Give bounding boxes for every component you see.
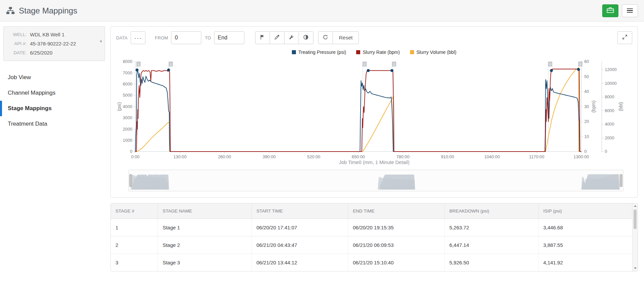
to-label: TO: [205, 35, 211, 40]
legend-label: Slurry Rate (bpm): [363, 50, 400, 55]
eyedropper-icon: [274, 34, 280, 41]
stage-cell: 3: [111, 254, 158, 271]
svg-text:0:00: 0:00: [131, 154, 140, 159]
menu-button[interactable]: [622, 4, 638, 17]
svg-text:0: 0: [605, 149, 607, 154]
navigator-left-handle[interactable]: [129, 174, 132, 187]
stage-cell: 5,263.72: [444, 219, 538, 236]
to-input[interactable]: [214, 31, 244, 44]
svg-text:3: 3: [549, 62, 551, 66]
tools-button[interactable]: [284, 31, 299, 44]
column-header-breakdown-psi[interactable]: BREAKDOWN (psi): [444, 203, 538, 219]
contrast-button[interactable]: [299, 31, 313, 44]
legend-item-slurry-rate-bpm[interactable]: Slurry Rate (bpm): [356, 50, 400, 55]
svg-text:(bbl): (bbl): [618, 102, 623, 111]
data-options-button[interactable]: ···: [131, 31, 145, 44]
svg-text:650:00: 650:00: [352, 154, 365, 159]
scroll-down-button[interactable]: [633, 266, 638, 271]
svg-text:20: 20: [584, 119, 589, 124]
legend-swatch: [410, 50, 414, 54]
info-value: 6/25/2020: [30, 48, 53, 57]
column-header-end-time[interactable]: END TIME: [348, 203, 445, 219]
refresh-icon: [323, 34, 328, 41]
svg-text:30: 30: [584, 104, 589, 109]
stage-cell: 3,887.55: [538, 236, 632, 254]
table-header-row: STAGE #STAGE NAMESTART TIMEEND TIMEBREAK…: [111, 203, 632, 219]
svg-text:390:00: 390:00: [263, 154, 276, 159]
svg-text:3000: 3000: [123, 115, 132, 120]
scrollbar-track[interactable]: [633, 209, 638, 266]
svg-text:12000: 12000: [605, 67, 617, 72]
column-header-isip-psi[interactable]: ISIP (psi): [538, 203, 632, 219]
column-header-stage[interactable]: STAGE #: [111, 203, 158, 219]
svg-text:1: 1: [138, 62, 139, 66]
svg-text:4000: 4000: [123, 104, 132, 109]
app-header: Stage Mappings: [0, 0, 644, 22]
fullscreen-button[interactable]: [617, 31, 632, 44]
svg-text:1300:00: 1300:00: [574, 154, 589, 159]
svg-text:50: 50: [584, 74, 589, 79]
navigator-right-handle[interactable]: [620, 174, 622, 187]
legend-label: Treating Pressure (psi): [298, 50, 346, 55]
stage-row[interactable]: 2Stage 206/21/20 04:43:4706/21/20 06:09:…: [111, 236, 632, 254]
stage-chart[interactable]: 0100020003000400050006000700080000:00130…: [116, 56, 632, 160]
svg-text:0: 0: [584, 149, 586, 154]
svg-text:6000: 6000: [123, 82, 132, 87]
well-info-row: API #:45-378-90222-22-22: [8, 39, 97, 48]
data-label: DATA: [116, 35, 128, 40]
stage-cell: Stage 1: [158, 219, 251, 236]
svg-text:8000: 8000: [123, 59, 132, 64]
svg-text:6000: 6000: [605, 108, 614, 113]
svg-text:7000: 7000: [123, 70, 132, 75]
flag-button[interactable]: [255, 31, 270, 44]
sitemap-icon: [6, 7, 15, 14]
svg-text:2: 2: [364, 62, 365, 66]
legend-swatch: [356, 50, 360, 54]
svg-text:1000: 1000: [123, 138, 132, 143]
svg-text:2000: 2000: [605, 135, 614, 140]
stage-row[interactable]: 1Stage 106/20/20 17:41:0706/20/20 19:15:…: [111, 219, 632, 236]
well-info-box: WELL:WDL KB Well 1API #:45-378-90222-22-…: [3, 26, 105, 61]
x-axis-title: Job Time0 (mm, 1 Minute Detail): [116, 160, 632, 165]
svg-text:910:00: 910:00: [441, 154, 454, 159]
stage-cell: Stage 2: [158, 236, 251, 254]
navigator-preview: [129, 170, 623, 191]
scroll-up-button[interactable]: [633, 203, 638, 209]
sidebar-item-job-view[interactable]: Job View: [0, 70, 105, 85]
sidebar-item-channel-mappings[interactable]: Channel Mappings: [0, 85, 105, 101]
legend-item-slurry-volume-bbl[interactable]: Slurry Volume (bbl): [410, 50, 456, 55]
svg-text:8000: 8000: [605, 94, 614, 99]
stage-row[interactable]: 3Stage 306/21/20 13:44:1206/21/20 15:10:…: [111, 254, 632, 271]
svg-text:(bpm): (bpm): [591, 100, 596, 112]
stage-cell: 06/21/20 15:10:40: [348, 254, 445, 271]
refresh-button[interactable]: [318, 31, 333, 44]
sidebar-item-stage-mappings[interactable]: Stage Mappings: [0, 101, 105, 116]
stage-cell: 1: [111, 219, 158, 236]
column-header-stage-name[interactable]: STAGE NAME: [158, 203, 251, 219]
column-header-start-time[interactable]: START TIME: [251, 203, 348, 219]
toolbox-button[interactable]: [602, 4, 618, 17]
svg-text:0: 0: [130, 149, 132, 154]
chevron-down-icon[interactable]: ▾: [100, 39, 102, 44]
stage-cell: 06/20/20 19:15:35: [348, 219, 445, 236]
sidebar-item-treatment-data[interactable]: Treatment Data: [0, 116, 105, 132]
legend-item-treating-pressure-psi[interactable]: Treating Pressure (psi): [292, 50, 346, 55]
stage-cell: 5,926.50: [444, 254, 538, 271]
well-info-row: DATE:6/25/2020: [8, 48, 97, 57]
from-input[interactable]: [171, 31, 201, 44]
reset-button[interactable]: Reset: [333, 31, 359, 44]
table-scrollbar[interactable]: [632, 203, 638, 271]
stages-table-panel: STAGE #STAGE NAMESTART TIMEEND TIMEBREAK…: [110, 203, 638, 271]
flag-icon: [260, 34, 265, 41]
chart-navigator[interactable]: [128, 170, 623, 191]
svg-text:60: 60: [584, 59, 589, 64]
info-value: WDL KB Well 1: [30, 30, 65, 39]
eyedropper-button[interactable]: [270, 31, 284, 44]
scrollbar-thumb[interactable]: [634, 209, 637, 229]
svg-text:260:00: 260:00: [218, 154, 231, 159]
triangle-up-icon: [634, 205, 637, 207]
svg-text:1: 1: [170, 62, 172, 66]
stages-table: STAGE #STAGE NAMESTART TIMEEND TIMEBREAK…: [111, 203, 632, 271]
svg-text:2: 2: [393, 62, 395, 66]
svg-text:3: 3: [579, 62, 581, 66]
